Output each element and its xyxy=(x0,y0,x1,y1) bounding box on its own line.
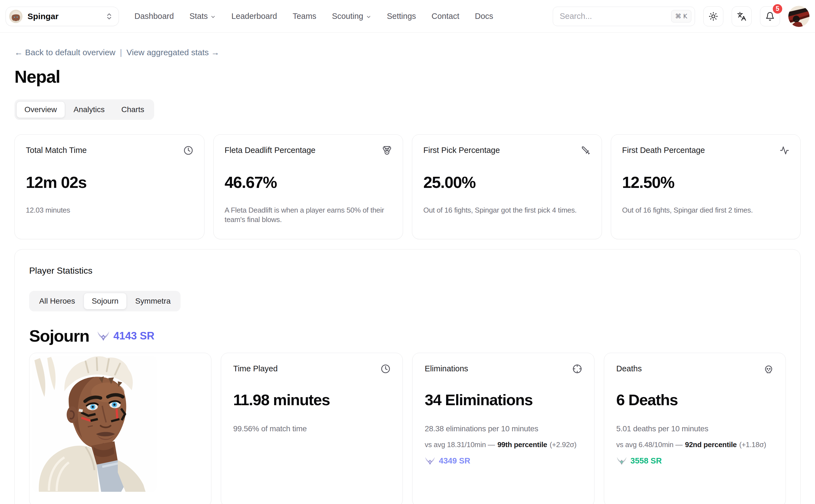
rank-badge-icon xyxy=(425,457,435,465)
card-title: First Death Percentage xyxy=(622,146,705,155)
percentile-text: 99th percentile xyxy=(497,440,547,449)
notifications-button[interactable]: 5 xyxy=(760,6,780,26)
percentile-line: vs avg 6.48/10min —92nd percentile(+1.18… xyxy=(617,440,774,449)
nav-docs[interactable]: Docs xyxy=(475,12,493,21)
hero-sr-rating: 4143 SR xyxy=(97,330,154,342)
deaths-card: Deaths 6 Deaths 5.01 deaths per 10 minut… xyxy=(604,353,786,504)
card-subtext: 12.03 minutes xyxy=(26,205,193,215)
tab-sojourn[interactable]: Sojourn xyxy=(84,293,127,309)
user-avatar[interactable] xyxy=(788,6,809,27)
percentile-text: 92nd percentile xyxy=(685,440,737,449)
player-avatar xyxy=(9,10,22,23)
vs-avg-text: vs avg 6.48/10min — xyxy=(617,440,683,449)
hero-portrait-card xyxy=(29,353,212,504)
first-death-card: First Death Percentage 12.50% Out of 16 … xyxy=(611,134,801,239)
notification-count-badge: 5 xyxy=(772,3,783,14)
fleta-deadlift-card: Fleta Deadlift Percentage 46.67% A Fleta… xyxy=(213,134,403,239)
player-selector[interactable]: Spingar xyxy=(6,7,119,26)
first-pick-card: First Pick Percentage 25.00% Out of 16 f… xyxy=(412,134,602,239)
sojourn-portrait-image xyxy=(32,356,157,492)
language-button[interactable] xyxy=(732,6,752,26)
topbar-right-group: Search... ⌘ K 5 xyxy=(553,6,809,27)
nav-scouting[interactable]: Scouting xyxy=(332,12,371,21)
card-value: 12m 02s xyxy=(26,173,193,191)
main-nav: Dashboard Stats Leaderboard Teams Scouti… xyxy=(134,12,493,21)
crosshair-icon xyxy=(572,364,582,374)
percentile-line: vs avg 18.31/10min —99th percentile(+2.9… xyxy=(425,440,582,449)
card-title: Time Played xyxy=(233,364,278,373)
bell-icon xyxy=(765,12,775,21)
skull-icon xyxy=(764,364,773,374)
view-aggregated-stats-link[interactable]: View aggregated stats → xyxy=(126,48,220,57)
search-placeholder: Search... xyxy=(560,12,671,21)
card-value: 6 Deaths xyxy=(617,391,774,409)
tab-charts[interactable]: Charts xyxy=(113,101,152,118)
rank-badge-icon xyxy=(97,331,110,341)
hero-name: Sojourn xyxy=(29,326,89,346)
vs-avg-text: vs avg 18.31/10min — xyxy=(425,440,495,449)
card-subtext: Out of 16 fights, Spingar died first 2 t… xyxy=(622,205,789,215)
page-title: Nepal xyxy=(14,67,801,87)
rank-badge-icon xyxy=(617,457,627,465)
hero-stat-cards: Time Played 11.98 minutes 99.56% of matc… xyxy=(29,353,786,504)
hero-heading: Sojourn 4143 SR xyxy=(29,326,786,346)
eliminations-card: Eliminations 34 Eliminations 28.38 elimi… xyxy=(412,353,594,504)
card-value: 25.00% xyxy=(423,173,590,191)
sr-rating: 4349 SR xyxy=(425,456,582,465)
panel-title: Player Statistics xyxy=(29,266,786,276)
chevron-down-icon xyxy=(366,14,371,20)
theme-toggle-button[interactable] xyxy=(703,6,723,26)
medal-icon xyxy=(382,146,392,155)
card-value: 12.50% xyxy=(622,173,789,191)
search-input[interactable]: Search... ⌘ K xyxy=(553,7,695,26)
player-selector-label: Spingar xyxy=(27,12,100,21)
card-title: Total Match Time xyxy=(26,146,87,155)
sword-icon xyxy=(581,146,590,155)
nav-teams[interactable]: Teams xyxy=(293,12,316,21)
card-title: First Pick Percentage xyxy=(423,146,500,155)
page-tabs: Overview Analytics Charts xyxy=(14,99,154,120)
nav-contact[interactable]: Contact xyxy=(432,12,459,21)
nav-stats[interactable]: Stats xyxy=(189,12,216,21)
sigma-text: (+1.18σ) xyxy=(739,440,766,449)
sigma-text: (+2.92σ) xyxy=(550,440,577,449)
nav-dashboard[interactable]: Dashboard xyxy=(134,12,174,21)
nav-settings[interactable]: Settings xyxy=(387,12,416,21)
card-title: Fleta Deadlift Percentage xyxy=(225,146,316,155)
sun-icon xyxy=(709,12,718,21)
card-title: Deaths xyxy=(617,364,642,373)
top-navigation-bar: Spingar Dashboard Stats Leaderboard Team… xyxy=(0,0,815,33)
activity-icon xyxy=(780,146,789,155)
hero-tabs: All Heroes Sojourn Symmetra xyxy=(29,291,180,311)
total-match-time-card: Total Match Time 12m 02s 12.03 minutes xyxy=(14,134,205,239)
card-subtext: 28.38 eliminations per 10 minutes xyxy=(425,424,582,433)
back-to-overview-link[interactable]: ← Back to default overview xyxy=(14,48,115,57)
card-subtext: 5.01 deaths per 10 minutes xyxy=(617,424,774,433)
tab-overview[interactable]: Overview xyxy=(16,101,65,118)
main-content: ← Back to default overview | View aggreg… xyxy=(0,48,815,504)
time-played-card: Time Played 11.98 minutes 99.56% of matc… xyxy=(221,353,403,504)
card-title: Eliminations xyxy=(425,364,468,373)
tab-all-heroes[interactable]: All Heroes xyxy=(31,293,83,309)
chevron-down-icon xyxy=(210,14,216,20)
card-subtext: A Fleta Deadlift is when a player earns … xyxy=(225,205,392,225)
card-subtext: Out of 16 fights, Spingar got the first … xyxy=(423,205,590,215)
card-value: 34 Eliminations xyxy=(425,391,582,409)
card-subtext: 99.56% of match time xyxy=(233,424,391,433)
card-value: 11.98 minutes xyxy=(233,391,391,409)
map-stat-cards: Total Match Time 12m 02s 12.03 minutes F… xyxy=(14,134,801,239)
tab-symmetra[interactable]: Symmetra xyxy=(127,293,179,309)
search-shortcut-kbd: ⌘ K xyxy=(671,10,691,22)
sr-rating: 3558 SR xyxy=(617,456,774,465)
chevrons-up-down-icon xyxy=(105,12,113,20)
languages-icon xyxy=(737,12,746,21)
nav-leaderboard[interactable]: Leaderboard xyxy=(232,12,277,21)
app-root: Spingar Dashboard Stats Leaderboard Team… xyxy=(0,0,815,504)
card-value: 46.67% xyxy=(225,173,392,191)
tab-analytics[interactable]: Analytics xyxy=(66,101,113,118)
breadcrumb-separator: | xyxy=(120,48,122,57)
clock-icon xyxy=(381,364,390,374)
breadcrumb: ← Back to default overview | View aggreg… xyxy=(14,48,801,57)
clock-icon xyxy=(183,146,193,155)
player-statistics-panel: Player Statistics All Heroes Sojourn Sym… xyxy=(14,249,801,504)
